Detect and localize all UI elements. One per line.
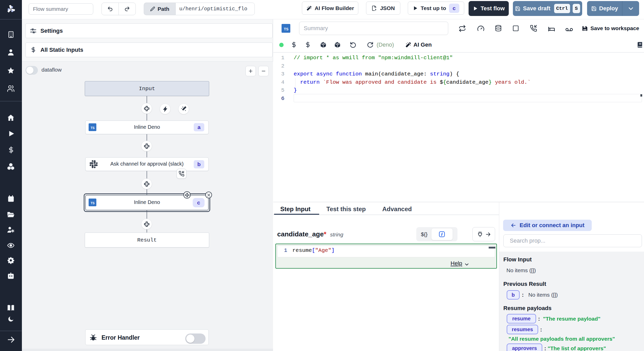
svg-text:TS: TS	[284, 27, 289, 31]
